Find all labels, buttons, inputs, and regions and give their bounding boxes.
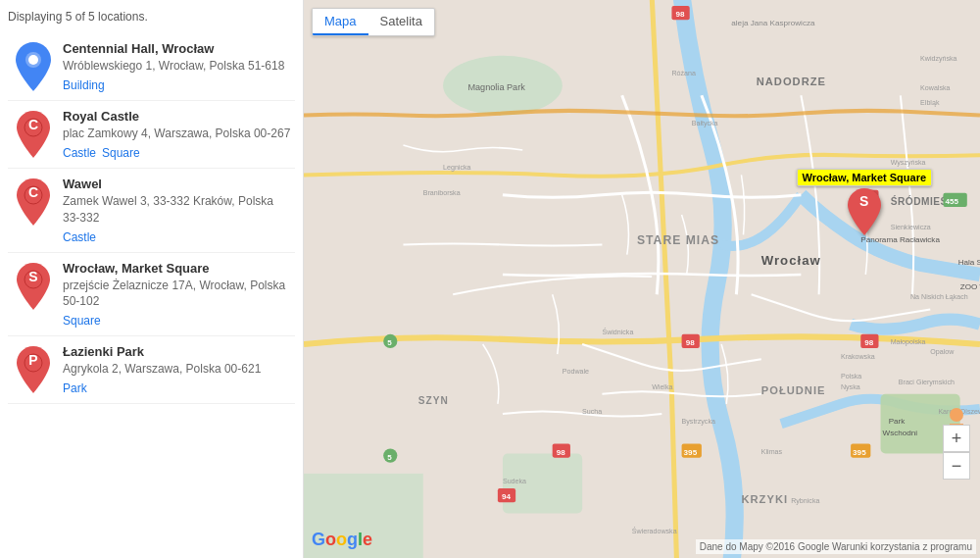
location-tags: Park [63,380,291,395]
map-background: Magnolia Park Park Wschodni [304,0,980,558]
tab-satelita[interactable]: Satelita [368,9,434,35]
svg-text:Sucha: Sucha [582,408,602,416]
svg-text:Elbląk: Elbląk [920,99,940,107]
location-tags: Building [63,77,291,92]
svg-text:Braci Gierymskich: Braci Gierymskich [899,379,955,386]
svg-text:Polska: Polska [841,373,861,380]
svg-text:Wschodni: Wschodni [883,429,918,437]
svg-text:Nyska: Nyska [841,383,860,391]
zoom-out-button[interactable]: − [943,452,970,480]
location-address: plac Zamkowy 4, Warszawa, Polska 00-267 [63,126,291,142]
svg-text:aleja Jana Kasprowicza: aleja Jana Kasprowicza [731,19,815,27]
map-tabs: Mapa Satelita [312,8,435,36]
svg-text:Świeradowska: Świeradowska [632,527,677,535]
svg-text:395: 395 [684,448,698,457]
location-tag-link[interactable]: Square [102,146,140,160]
svg-text:POŁUDNIE: POŁUDNIE [761,384,826,396]
svg-text:STARE MIAS: STARE MIAS [637,233,719,247]
svg-text:455: 455 [945,197,958,206]
location-tag-link[interactable]: Square [63,314,101,328]
map-attribution: Dane do Mapy ©2016 Google Warunki korzys… [696,539,976,554]
svg-text:Bystrzycka: Bystrzycka [682,418,715,426]
svg-text:SZYN: SZYN [418,395,449,406]
svg-text:ZOO Wrocław sp.z.o.o: ZOO Wrocław sp.z.o.o [960,282,980,291]
location-pin-icon: S [12,261,55,312]
pin-letter-map: S [859,193,868,209]
map-marker[interactable]: Wrocław, Market Square S [797,169,933,238]
map-panel: Mapa Satelita Magnolia Park Park Wschodn… [304,0,980,558]
svg-text:Rybnicka: Rybnicka [791,497,819,505]
map-marker-label: Wrocław, Market Square [797,169,933,186]
svg-text:Małopolska: Małopolska [891,338,926,346]
tab-mapa[interactable]: Mapa [313,9,368,35]
svg-text:KRZYKI: KRZYKI [741,493,788,505]
location-pin-icon: C [12,177,55,228]
svg-text:Podwale: Podwale [563,368,589,376]
svg-text:Świdnicka: Świdnicka [602,328,633,336]
svg-text:Wrocław: Wrocław [761,253,821,268]
blue-pin [16,42,51,91]
location-tag-link[interactable]: Castle [63,146,96,160]
red-pin: C [17,178,50,226]
location-tag-link[interactable]: Castle [63,230,96,244]
location-details: Łazienki ParkAgrykola 2, Warszawa, Polsk… [63,344,291,395]
location-pin-icon: C [12,109,55,160]
svg-text:Klimas: Klimas [761,448,783,456]
location-details: Centennial Hall, WrocławWróblewskiego 1,… [63,41,291,92]
pin-letter: P [28,352,37,368]
svg-text:5: 5 [387,338,392,347]
location-pin-icon [12,41,55,92]
svg-text:Park: Park [889,417,906,426]
location-address: Zamek Wawel 3, 33-332 Kraków, Polska 33-… [63,193,291,227]
svg-text:98: 98 [676,10,686,19]
location-tags: Square [63,313,291,328]
list-item[interactable]: P Łazienki ParkAgrykola 2, Warszawa, Pol… [8,336,295,404]
svg-text:Bałtycka: Bałtycka [692,120,718,127]
location-name: Wrocław, Market Square [63,261,291,276]
location-name: Wawel [63,177,291,191]
svg-text:Kowalska: Kowalska [920,84,950,92]
location-address: Wróblewskiego 1, Wrocław, Polska 51-618 [63,58,291,75]
svg-text:Magnolia Park: Magnolia Park [467,82,525,92]
location-tag-link[interactable]: Building [63,78,105,92]
svg-text:Wielka: Wielka [652,383,672,391]
pin-letter: C [28,184,38,200]
location-details: Royal Castleplac Zamkowy 4, Warszawa, Po… [63,109,291,160]
svg-text:Opalow: Opalow [930,348,955,356]
location-tag-link[interactable]: Park [63,381,87,395]
location-address: Agrykola 2, Warszawa, Polska 00-621 [63,361,291,378]
location-details: WawelZamek Wawel 3, 33-332 Kraków, Polsk… [63,177,291,244]
svg-text:5: 5 [387,453,392,462]
map-pin-red: S [848,188,881,238]
svg-text:Legnicka: Legnicka [443,164,470,172]
location-details: Wrocław, Market Squareprzejście Żelaznic… [63,261,291,329]
location-name: Łazienki Park [63,344,291,359]
pin-letter: C [28,117,38,132]
red-pin: S [17,263,50,310]
display-count: Displaying 5 of 5 locations. [8,10,295,24]
svg-text:Wyszyńska: Wyszyńska [891,159,926,167]
pin-letter: S [28,269,37,284]
svg-text:94: 94 [502,492,512,501]
list-item[interactable]: S Wrocław, Market Squareprzejście Żelazn… [8,253,295,337]
location-tags: CastleSquare [63,145,291,160]
list-item[interactable]: C Royal Castleplac Zamkowy 4, Warszawa, … [8,101,295,169]
location-address: przejście Żelaznicze 17A, Wrocław, Polsk… [63,278,291,311]
svg-text:395: 395 [853,448,866,457]
red-pin: P [17,346,50,393]
svg-text:Kwidzyńska: Kwidzyńska [920,55,957,63]
list-item[interactable]: C WawelZamek Wawel 3, 33-332 Kraków, Pol… [8,169,295,253]
google-logo: Google [312,530,372,550]
locations-panel: Displaying 5 of 5 locations. Centennial … [0,0,304,558]
red-pin: C [17,111,50,158]
svg-text:Różana: Różana [671,70,696,77]
location-tags: Castle [63,229,291,244]
svg-text:98: 98 [864,338,874,347]
svg-text:Braniborska: Braniborska [423,189,461,197]
svg-point-77 [950,408,963,422]
location-name: Centennial Hall, Wrocław [63,41,291,56]
map-controls: + − [943,425,970,480]
zoom-in-button[interactable]: + [943,425,970,452]
list-item[interactable]: Centennial Hall, WrocławWróblewskiego 1,… [8,33,295,101]
svg-text:Sudeka: Sudeka [503,478,526,485]
